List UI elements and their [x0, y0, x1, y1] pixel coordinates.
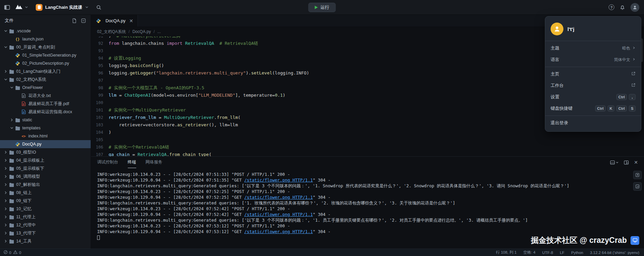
breadcrumb-item[interactable]: ...	[157, 29, 161, 34]
chevron-right-icon[interactable]	[3, 215, 8, 219]
tree-folder-item[interactable]: templates	[0, 124, 91, 132]
bell-icon[interactable]	[620, 5, 625, 10]
tree-file-item[interactable]: 02_PictureDescription.py	[0, 59, 91, 67]
app-logo[interactable]	[15, 4, 28, 11]
problems-indicator[interactable]: 00	[0, 250, 21, 255]
chevron-down-icon[interactable]	[3, 29, 8, 33]
search-icon[interactable]	[96, 5, 101, 10]
tree-folder-item[interactable]: 03_模型IO	[0, 148, 91, 156]
menu-item[interactable]: 工作台	[545, 80, 641, 91]
sidebar-toggle-icon[interactable]	[4, 5, 10, 10]
tree-file-item[interactable]: <>index.html	[0, 132, 91, 140]
folder-icon	[8, 223, 14, 227]
menu-item[interactable]: 语言简体中文	[545, 54, 641, 65]
chevron-right-icon[interactable]	[3, 174, 8, 179]
tree-folder-item[interactable]: 09_链下	[0, 197, 91, 205]
tree-folder-item[interactable]: 05_提示模板下	[0, 164, 91, 172]
tree-folder-item[interactable]: OneFlower	[0, 84, 91, 92]
chevron-right-icon[interactable]	[3, 207, 8, 211]
tree-item-label: templates	[22, 126, 40, 130]
tree-folder-item[interactable]: 08_链上	[0, 189, 91, 197]
tree-file-item[interactable]: 01_SimpleTextGeneration.py	[0, 51, 91, 59]
panel-layout-icon[interactable]	[610, 160, 619, 165]
tree-folder-item[interactable]: 04_提示模板上	[0, 156, 91, 164]
chevron-right-icon[interactable]	[3, 166, 8, 170]
word-icon	[21, 109, 27, 114]
tree-folder-item[interactable]: .vscode	[0, 27, 91, 35]
code-line: 107qa_chain = RetrievalQA.from_chain_typ…	[91, 151, 644, 156]
collapse-folders-icon[interactable]	[81, 18, 86, 23]
chevron-right-icon[interactable]	[3, 69, 8, 73]
tree-file-item[interactable]: 花语大全.txt	[0, 92, 91, 100]
user-avatar	[551, 23, 563, 35]
chevron-right-icon[interactable]	[3, 158, 8, 162]
error-count[interactable]: 0	[3, 250, 11, 255]
breadcrumb-item[interactable]: DocQA.py	[133, 29, 151, 34]
chevron-right-icon[interactable]	[3, 231, 8, 235]
tree-folder-item[interactable]: 06_调用模型	[0, 172, 91, 181]
statusbar-item[interactable]: 行 108, 列 1	[496, 250, 517, 255]
new-file-icon[interactable]	[72, 18, 77, 23]
tree-folder-item[interactable]: static	[0, 116, 91, 124]
tree-folder-item[interactable]: 12_代理中	[0, 221, 91, 229]
statusbar-item[interactable]: UTF-8	[542, 251, 553, 255]
menu-item[interactable]: 设置Ctrl,	[545, 91, 641, 103]
menu-item[interactable]: 主页	[545, 68, 641, 80]
chevron-down-icon[interactable]	[9, 86, 14, 90]
folder-icon	[8, 199, 14, 203]
terminal-link[interactable]: /static/flower.png HTTP/1.1	[244, 178, 313, 183]
python-icon	[14, 53, 21, 58]
breadcrumb-item[interactable]: 02_文档QA系统	[97, 29, 126, 35]
statusbar-item[interactable]: LF	[560, 251, 564, 255]
tree-file-item[interactable]: {}launch.json	[0, 35, 91, 43]
tree-folder-item[interactable]: 07_解析输出	[0, 181, 91, 189]
tree-file-item[interactable]: 易速鲜花员工手册.pdf	[0, 100, 91, 108]
statusbar-item[interactable]: 3.12.2 64-bit ('shims': pyenv)	[590, 251, 639, 255]
project-switcher[interactable]: LangChain 实战课	[33, 3, 91, 12]
user-avatar-button[interactable]	[631, 3, 639, 12]
editor-tab[interactable]: DocQA.py ✕	[91, 15, 138, 27]
menu-item-label: 主页	[551, 71, 559, 77]
chevron-right-icon[interactable]	[3, 150, 8, 154]
tree-folder-item[interactable]: 14_工具	[0, 237, 91, 245]
tree-folder-item[interactable]: 11_代理上	[0, 213, 91, 221]
chevron-down-icon[interactable]	[9, 126, 14, 130]
terminal-link[interactable]: /static/flower.png HTTP/1.1	[244, 212, 313, 217]
menu-item[interactable]: 主题暗色	[545, 42, 641, 54]
tree-folder-item[interactable]: 02_文档QA系统	[0, 75, 91, 84]
tree-folder-item[interactable]: 13_代理下	[0, 229, 91, 237]
tree-item-label: OneFlower	[22, 85, 43, 90]
panel-tab[interactable]: 终端	[128, 157, 136, 168]
chevron-down-icon[interactable]	[3, 45, 8, 49]
folder-icon	[8, 191, 14, 195]
close-panel-icon[interactable]: ✕	[634, 160, 638, 165]
open-preview-icon[interactable]	[633, 182, 642, 191]
panel-tab[interactable]: 调试控制台	[97, 157, 118, 168]
tree-file-item[interactable]: DocQA.py	[0, 140, 91, 148]
tree-file-item[interactable]: 易速鲜花运营指南.docx	[0, 108, 91, 116]
chevron-right-icon[interactable]	[3, 199, 8, 203]
close-tab-icon[interactable]: ✕	[129, 18, 133, 24]
chevron-right-icon[interactable]	[3, 239, 8, 243]
panel-header: 调试控制台终端网络服务 ✕	[91, 157, 644, 168]
statusbar-item[interactable]: Python	[571, 251, 583, 255]
statusbar-item[interactable]: 空格: 4	[523, 250, 535, 255]
run-button[interactable]: 运行	[309, 3, 336, 12]
terminal-link[interactable]: /static/flower.png HTTP/1.1	[244, 195, 313, 200]
help-icon[interactable]: ?	[609, 4, 614, 10]
chevron-right-icon[interactable]	[3, 183, 8, 187]
tree-folder-item[interactable]: 10_记忆	[0, 205, 91, 213]
menu-item[interactable]: 键盘快捷键CtrlKCtrlS	[545, 103, 641, 114]
warning-count[interactable]: 0	[13, 250, 21, 255]
terminal-link[interactable]: /static/flower.png HTTP/1.1	[244, 229, 313, 234]
maximize-panel-icon[interactable]	[624, 160, 629, 165]
chevron-right-icon[interactable]	[9, 118, 14, 122]
tree-folder-item[interactable]: 00_开篇词_奇点时刻	[0, 43, 91, 51]
open-in-editor-icon[interactable]	[633, 171, 642, 179]
chevron-right-icon[interactable]	[3, 191, 8, 195]
chevron-down-icon[interactable]	[3, 77, 8, 82]
panel-tab[interactable]: 网络服务	[146, 157, 163, 168]
menu-item[interactable]: 退出登录	[545, 117, 641, 129]
tree-folder-item[interactable]: 01_LangChain快速入门	[0, 67, 91, 75]
chevron-right-icon[interactable]	[3, 223, 8, 227]
